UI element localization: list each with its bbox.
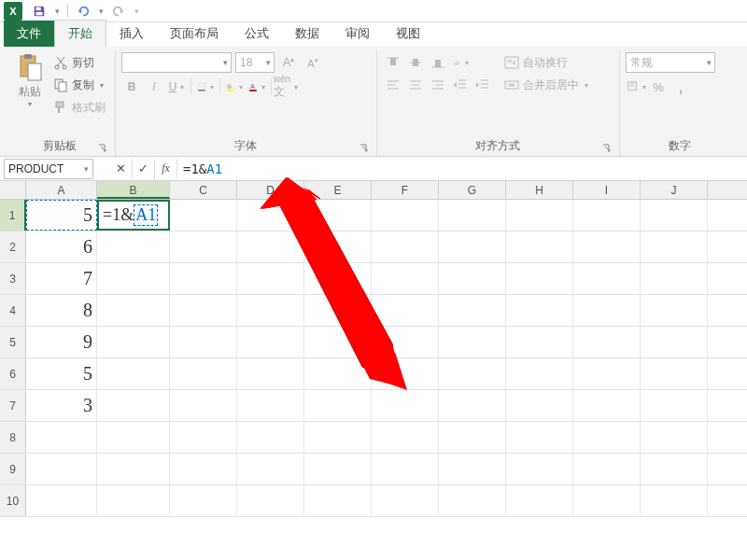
undo-button[interactable] <box>73 2 93 21</box>
cancel-formula-button[interactable]: ✕ <box>110 159 133 179</box>
column-header-F[interactable]: F <box>372 181 439 199</box>
row-header-10[interactable]: 10 <box>0 485 26 516</box>
cell-A5[interactable]: 9 <box>26 327 97 357</box>
cell-C4[interactable] <box>170 295 237 326</box>
font-color-button[interactable]: A▾ <box>247 77 267 97</box>
cell-J9[interactable] <box>641 454 708 484</box>
cell-D2[interactable] <box>237 231 304 262</box>
phonetic-button[interactable]: wén文▾ <box>275 77 296 97</box>
cell-E8[interactable] <box>304 422 372 453</box>
column-header-D[interactable]: D <box>237 181 304 199</box>
column-header-J[interactable]: J <box>641 181 708 199</box>
cell-D6[interactable] <box>237 358 304 389</box>
cell-E7[interactable] <box>304 390 372 421</box>
border-button[interactable]: ▾ <box>195 77 216 97</box>
cell-F2[interactable] <box>372 231 439 262</box>
cell-I3[interactable] <box>573 263 641 294</box>
cell-G2[interactable] <box>439 231 506 262</box>
cell-E2[interactable] <box>304 231 372 262</box>
cell-J1[interactable] <box>641 200 708 231</box>
cell-H10[interactable] <box>506 485 573 516</box>
cell-B4[interactable] <box>97 295 170 326</box>
cell-H5[interactable] <box>506 327 573 357</box>
cell-E5[interactable] <box>304 327 372 357</box>
redo-button[interactable] <box>108 2 129 21</box>
cell-C3[interactable] <box>170 263 237 294</box>
cell-J5[interactable] <box>641 327 708 357</box>
cell-F7[interactable] <box>372 390 439 421</box>
cell-H3[interactable] <box>506 263 573 294</box>
tab-insert[interactable]: 插入 <box>106 21 157 47</box>
cell-C8[interactable] <box>170 422 237 453</box>
copy-button[interactable]: 复制▾ <box>51 75 107 95</box>
cell-G9[interactable] <box>439 454 506 484</box>
cell-F6[interactable] <box>372 358 439 389</box>
cell-D1[interactable] <box>237 200 304 231</box>
bold-button[interactable]: B <box>121 77 142 97</box>
cell-J10[interactable] <box>641 485 708 516</box>
cell-E3[interactable] <box>304 263 372 294</box>
fill-color-button[interactable]: ▾ <box>224 77 245 97</box>
cell-B1[interactable]: =1&A1 <box>97 200 170 231</box>
cell-H1[interactable] <box>506 200 573 231</box>
cell-E10[interactable] <box>304 485 372 516</box>
tab-review[interactable]: 审阅 <box>332 21 383 47</box>
cell-D8[interactable] <box>237 422 304 453</box>
align-bottom-button[interactable] <box>428 52 448 73</box>
align-middle-button[interactable] <box>405 52 426 73</box>
cell-J8[interactable] <box>641 422 708 453</box>
alignment-launcher[interactable] <box>602 143 612 152</box>
cell-I7[interactable] <box>573 390 641 421</box>
cell-F10[interactable] <box>372 485 439 516</box>
cell-B7[interactable] <box>97 390 170 421</box>
cell-F1[interactable] <box>372 200 439 231</box>
cell-H7[interactable] <box>506 390 573 421</box>
tab-view[interactable]: 视图 <box>383 21 433 47</box>
cell-C10[interactable] <box>170 485 237 516</box>
cell-G7[interactable] <box>439 390 506 421</box>
align-left-button[interactable] <box>383 75 403 95</box>
name-box[interactable]: PRODUCT <box>4 159 93 179</box>
cell-I8[interactable] <box>573 422 641 453</box>
cell-A1[interactable]: 5 <box>26 200 97 231</box>
cell-B8[interactable] <box>97 422 170 453</box>
format-painter-button[interactable]: 格式刷 <box>51 97 107 118</box>
cell-A9[interactable] <box>26 454 97 484</box>
align-center-button[interactable] <box>405 75 426 95</box>
align-top-button[interactable] <box>383 52 403 73</box>
cell-A6[interactable]: 5 <box>26 358 97 389</box>
column-header-H[interactable]: H <box>506 181 573 199</box>
row-header-5[interactable]: 5 <box>0 327 26 357</box>
row-header-4[interactable]: 4 <box>0 295 26 326</box>
cell-C1[interactable] <box>170 200 237 231</box>
cell-F9[interactable] <box>372 454 439 484</box>
paste-button[interactable]: 粘贴 ▾ <box>11 52 48 137</box>
decrease-indent-button[interactable] <box>450 75 471 95</box>
select-all-corner[interactable] <box>0 181 26 199</box>
row-header-7[interactable]: 7 <box>0 390 26 421</box>
column-header-E[interactable]: E <box>304 181 372 199</box>
decrease-font-button[interactable]: A▾ <box>303 52 323 73</box>
cell-C2[interactable] <box>170 231 237 262</box>
cell-D5[interactable] <box>237 327 304 357</box>
align-right-button[interactable] <box>428 75 448 95</box>
column-header-G[interactable]: G <box>439 181 506 199</box>
cell-F4[interactable] <box>372 295 439 326</box>
accept-formula-button[interactable]: ✓ <box>133 159 155 179</box>
cell-A7[interactable]: 3 <box>26 390 97 421</box>
cell-I2[interactable] <box>573 231 641 262</box>
cell-C9[interactable] <box>170 454 237 484</box>
cell-G5[interactable] <box>439 327 506 357</box>
font-launcher[interactable] <box>359 143 369 152</box>
column-header-C[interactable]: C <box>170 181 237 199</box>
cell-E1[interactable] <box>304 200 372 231</box>
tab-file[interactable]: 文件 <box>4 21 54 47</box>
cell-G10[interactable] <box>439 485 506 516</box>
undo-dropdown[interactable]: ▾ <box>95 2 106 21</box>
cell-I6[interactable] <box>573 358 641 389</box>
row-header-3[interactable]: 3 <box>0 263 26 294</box>
number-format-select[interactable]: 常规 <box>626 52 715 73</box>
cell-F8[interactable] <box>372 422 439 453</box>
cell-A2[interactable]: 6 <box>26 231 97 262</box>
percent-button[interactable]: % <box>648 77 669 97</box>
